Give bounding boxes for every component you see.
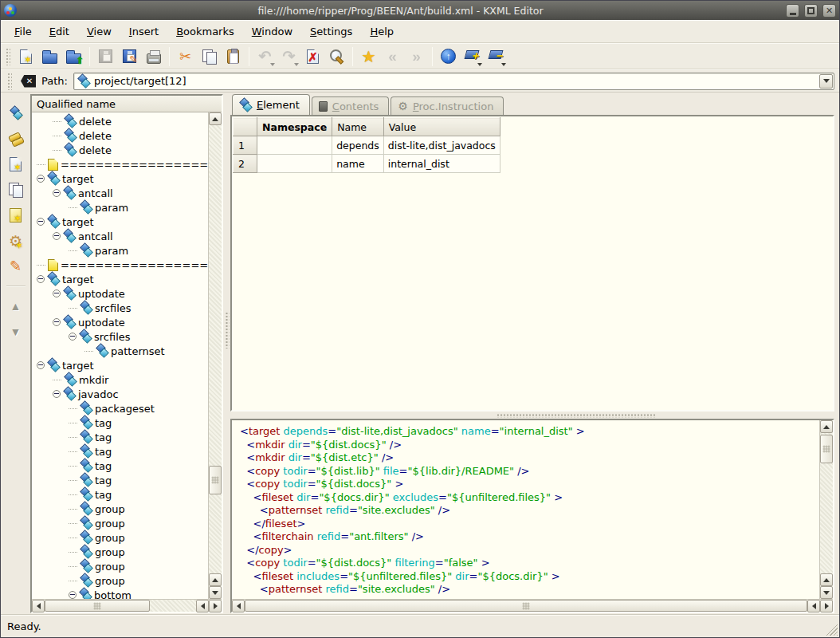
tree-item-tag[interactable]: tag xyxy=(32,487,208,502)
scroll-left-button[interactable] xyxy=(32,600,45,612)
tree-item-delete[interactable]: delete xyxy=(32,114,208,128)
tree-item-mkdir[interactable]: mkdir xyxy=(32,372,208,387)
menu-edit[interactable]: Edit xyxy=(42,22,77,41)
scroll-down-button[interactable] xyxy=(209,586,222,599)
bookmark-button[interactable]: ★ xyxy=(357,45,380,68)
menu-help[interactable]: Help xyxy=(363,22,401,41)
path-toolbar-drag-handle[interactable] xyxy=(7,73,12,90)
scrollbar-thumb[interactable] xyxy=(820,435,833,463)
tree-item-antcall[interactable]: antcall xyxy=(32,186,208,200)
horizontal-splitter[interactable] xyxy=(230,412,834,419)
delete-button[interactable]: ✗ xyxy=(301,45,324,68)
scrollbar-track[interactable] xyxy=(45,600,196,612)
scrollbar-track[interactable] xyxy=(245,600,807,612)
scroll-right-button[interactable] xyxy=(209,600,222,612)
scrollbar-thumb[interactable] xyxy=(45,600,150,612)
add-cdata-button[interactable]: ✶ xyxy=(5,179,27,201)
tree-item-group[interactable]: group xyxy=(32,530,208,545)
move-up-button[interactable]: ▲ xyxy=(5,295,27,317)
tree-item-antcall[interactable]: antcall xyxy=(32,229,208,243)
tree-item-delete[interactable]: delete xyxy=(32,143,208,157)
tree-item-uptodate[interactable]: uptodate xyxy=(32,286,208,301)
name-cell[interactable]: name xyxy=(332,155,384,173)
tree-horizontal-scrollbar[interactable] xyxy=(32,599,222,612)
value-cell[interactable]: internal_dist xyxy=(383,155,500,173)
close-button[interactable]: ✕ xyxy=(822,4,836,18)
copy-button[interactable] xyxy=(198,45,221,68)
scroll-down-button[interactable] xyxy=(820,586,833,599)
tree-item-tag[interactable]: tag xyxy=(32,430,208,444)
tree-item-group[interactable]: group xyxy=(32,502,208,516)
expand-node-button[interactable]: + xyxy=(461,45,484,68)
vertical-splitter[interactable] xyxy=(223,94,230,613)
collapse-expander-icon[interactable] xyxy=(37,218,45,226)
path-combobox[interactable]: project/target[12] xyxy=(73,73,834,90)
tree-item-comment[interactable]: ====================== xyxy=(32,258,208,272)
collapse-expander-icon[interactable] xyxy=(53,289,61,297)
attribute-row[interactable]: 2nameinternal_dist xyxy=(234,155,500,173)
tree-item-group[interactable]: group xyxy=(32,545,208,559)
menu-settings[interactable]: Settings xyxy=(303,22,359,41)
new-file-button[interactable]: ✶ xyxy=(14,45,37,68)
tree-item-javadoc[interactable]: javadoc xyxy=(32,387,208,401)
menu-view[interactable]: View xyxy=(80,22,119,41)
scrollbar-thumb[interactable] xyxy=(245,600,807,612)
toolbar-drag-handle[interactable] xyxy=(6,48,10,65)
tree-item-group[interactable]: group xyxy=(32,573,208,588)
menu-bookmarks[interactable]: Bookmarks xyxy=(169,22,241,41)
namespace-cell[interactable] xyxy=(257,136,332,155)
collapse-expander-icon[interactable] xyxy=(37,275,45,283)
source-vertical-scrollbar[interactable] xyxy=(819,420,833,599)
open-button[interactable] xyxy=(38,45,61,68)
tree-vertical-scrollbar[interactable] xyxy=(208,112,222,599)
cut-button[interactable]: ✂ xyxy=(174,45,197,68)
title-bar[interactable]: file:///home/ripper/Prog/BEEN/Ant/build.… xyxy=(1,1,839,20)
collapse-expander-icon[interactable] xyxy=(53,390,61,398)
scroll-left-button[interactable] xyxy=(196,600,209,612)
tree-item-target[interactable]: target xyxy=(32,358,208,372)
scrollbar-track[interactable] xyxy=(820,433,833,573)
tree-item-target[interactable]: target xyxy=(32,171,208,186)
collapse-expander-icon[interactable] xyxy=(53,318,61,326)
tree-item-target[interactable]: target xyxy=(32,272,208,286)
tree-column-header[interactable]: Qualified name xyxy=(32,96,222,112)
scroll-up-button[interactable] xyxy=(820,420,833,433)
tree-item-bottom[interactable]: bottom xyxy=(32,588,208,599)
tree-item-delete[interactable]: delete xyxy=(32,128,208,143)
menu-file[interactable]: File xyxy=(7,22,39,41)
collapse-expander-icon[interactable] xyxy=(69,591,77,599)
scroll-up-button[interactable] xyxy=(820,573,833,586)
open-url-button[interactable]: ⬆ xyxy=(62,45,85,68)
tree-item-group[interactable]: group xyxy=(32,516,208,530)
collapse-expander-icon[interactable] xyxy=(53,232,61,240)
namespace-cell[interactable] xyxy=(257,155,332,173)
tree-item-param[interactable]: param xyxy=(32,200,208,215)
scroll-up-button[interactable] xyxy=(209,573,222,586)
add-proc-instruction-button[interactable]: ⚙✶ xyxy=(5,230,27,252)
resize-grip[interactable] xyxy=(826,624,838,636)
clear-location-icon[interactable]: ✕ xyxy=(21,75,36,88)
tree-item-tag[interactable]: tag xyxy=(32,415,208,430)
maximize-button[interactable] xyxy=(804,4,818,18)
move-down-button[interactable]: ▼ xyxy=(5,321,27,343)
tab-element[interactable]: Element xyxy=(232,94,310,115)
tree-item-comment[interactable]: ====================== xyxy=(32,157,208,171)
value-cell[interactable]: dist-lite,dist_javadocs xyxy=(383,136,500,155)
column-header-name[interactable]: Name xyxy=(332,118,384,136)
tree-item-tag[interactable]: tag xyxy=(32,444,208,459)
add-comment-button[interactable]: ✶ xyxy=(5,204,27,226)
tree-item-group[interactable]: group xyxy=(32,559,208,573)
tree-item-packageset[interactable]: packageset xyxy=(32,401,208,415)
go-up-button[interactable]: ↑ xyxy=(437,45,460,68)
tree-item-target[interactable]: target xyxy=(32,215,208,229)
tab-proc-instruction[interactable]: ⚙Proc.Instruction xyxy=(391,96,504,115)
paste-button[interactable] xyxy=(222,45,245,68)
menu-insert[interactable]: Insert xyxy=(122,22,166,41)
corner-header[interactable] xyxy=(234,118,257,136)
name-cell[interactable]: depends xyxy=(332,136,384,155)
tab-contents[interactable]: Contents xyxy=(312,96,389,115)
add-text-button[interactable]: ✶ xyxy=(5,153,27,175)
scroll-left-button[interactable] xyxy=(807,600,820,612)
path-dropdown-button[interactable] xyxy=(819,74,833,89)
add-element-button[interactable]: ✶ xyxy=(5,102,27,124)
